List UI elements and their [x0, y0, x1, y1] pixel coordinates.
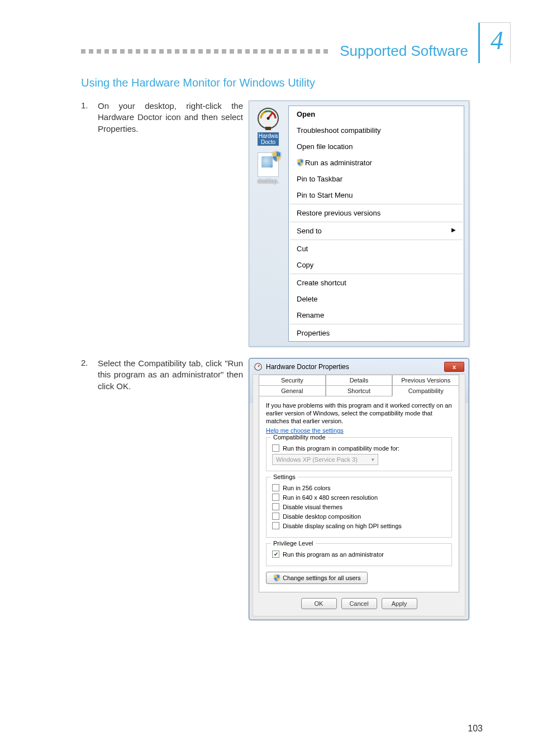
- change-settings-all-users-button[interactable]: Change settings for all users: [266, 572, 368, 584]
- menu-item-copy[interactable]: Copy: [289, 257, 464, 273]
- chevron-down-icon: ▾: [372, 457, 374, 462]
- menu-item-restore[interactable]: Restore previous versions: [289, 205, 464, 221]
- menu-item-send-to[interactable]: Send to ▶: [289, 223, 464, 239]
- chapter-header: Supported Software: [81, 42, 483, 60]
- checkbox-640x480[interactable]: [272, 494, 279, 501]
- svg-point-3: [267, 117, 270, 120]
- cancel-button[interactable]: Cancel: [341, 598, 377, 609]
- checkbox-label: Run in 640 x 480 screen resolution: [283, 494, 378, 501]
- menu-item-delete[interactable]: Delete: [289, 291, 464, 307]
- shield-icon: [272, 151, 282, 162]
- checkbox-label: Disable visual themes: [283, 504, 342, 510]
- group-legend: Settings: [271, 473, 298, 480]
- compatibility-description: If you have problems with this program a…: [266, 402, 452, 425]
- settings-group: Settings Run in 256 colors Run in 640 x …: [266, 477, 452, 538]
- compatibility-mode-group: Compatibility mode Run this program in c…: [266, 437, 452, 471]
- tab-security[interactable]: Security: [259, 375, 326, 386]
- group-legend: Privilege Level: [271, 540, 316, 547]
- step-instruction: On your desktop, right-click the Hardwar…: [98, 101, 243, 135]
- decorative-dots: [81, 49, 332, 54]
- checkbox-disable-themes[interactable]: [272, 503, 279, 510]
- dialog-title: Hardware Doctor Properties: [266, 363, 349, 371]
- context-menu-screenshot: Hardwa Docto desktop.: [249, 101, 469, 347]
- svg-rect-1: [265, 127, 271, 130]
- submenu-arrow-icon: ▶: [451, 227, 456, 233]
- menu-item-troubleshoot[interactable]: Troubleshoot compatibility: [289, 122, 464, 138]
- menu-separator: [290, 222, 463, 222]
- chapter-title: Supported Software: [332, 42, 483, 60]
- menu-item-rename[interactable]: Rename: [289, 307, 464, 323]
- menu-item-open[interactable]: Open: [289, 106, 464, 122]
- icon-label: Hardwa Docto: [258, 132, 279, 146]
- combo-value: Windows XP (Service Pack 3): [276, 456, 358, 463]
- menu-item-open-file-location[interactable]: Open file location: [289, 138, 464, 155]
- ok-button[interactable]: OK: [301, 598, 337, 609]
- menu-item-pin-start[interactable]: Pin to Start Menu: [289, 187, 464, 203]
- shield-icon: [297, 159, 304, 166]
- privilege-level-group: Privilege Level Run this program as an a…: [266, 543, 452, 566]
- icon-label: desktop.: [258, 178, 279, 184]
- hardware-doctor-desktop-icon[interactable]: Hardwa Docto: [254, 106, 283, 146]
- menu-item-create-shortcut[interactable]: Create shortcut: [289, 275, 464, 291]
- checkbox-disable-composition[interactable]: [272, 513, 279, 520]
- apply-button[interactable]: Apply: [382, 598, 417, 609]
- menu-item-label: Run as administrator: [305, 159, 372, 167]
- step-number: 2.: [81, 358, 96, 367]
- context-menu: Open Troubleshoot compatibility Open fil…: [288, 106, 464, 342]
- close-button[interactable]: x: [444, 362, 464, 372]
- gauge-icon: [254, 362, 263, 371]
- tab-compatibility[interactable]: Compatibility: [392, 385, 459, 396]
- menu-item-pin-taskbar[interactable]: Pin to Taskbar: [289, 171, 464, 187]
- desktop-ini-icon[interactable]: desktop.: [254, 152, 283, 184]
- chapter-number-badge: 4: [478, 22, 511, 63]
- checkbox-label: Run this program in compatibility mode f…: [283, 445, 399, 452]
- menu-item-label: Send to: [297, 227, 322, 235]
- gauge-icon: [255, 106, 281, 131]
- checkbox-label: Run this program as an administrator: [283, 551, 384, 558]
- button-label: Change settings for all users: [283, 575, 360, 581]
- checkbox-disable-dpi-scaling[interactable]: [272, 522, 279, 529]
- menu-item-run-as-admin[interactable]: Run as administrator: [289, 155, 464, 171]
- checkbox-compat-mode[interactable]: [272, 444, 279, 452]
- checkbox-label: Disable desktop composition: [283, 513, 361, 520]
- close-icon: x: [453, 363, 456, 370]
- tab-compatibility-body: If you have problems with this program a…: [259, 396, 459, 592]
- menu-separator: [290, 240, 463, 240]
- tab-shortcut[interactable]: Shortcut: [326, 385, 393, 396]
- dialog-titlebar[interactable]: Hardware Doctor Properties x: [249, 358, 469, 374]
- checkbox-label: Run in 256 colors: [283, 485, 331, 491]
- menu-item-properties[interactable]: Properties: [289, 325, 464, 341]
- page-number: 103: [468, 724, 483, 734]
- step-number: 1.: [81, 101, 96, 110]
- tab-previous-versions[interactable]: Previous Versions: [392, 375, 459, 386]
- help-link[interactable]: Help me choose the settings: [266, 427, 344, 434]
- shield-icon: [273, 574, 280, 582]
- checkbox-run-as-admin[interactable]: [272, 551, 279, 558]
- step-instruction: Select the Compatibility tab, click "Run…: [98, 358, 243, 392]
- compat-mode-combo[interactable]: Windows XP (Service Pack 3) ▾: [272, 454, 378, 465]
- ini-file-icon: [258, 152, 279, 177]
- tab-details[interactable]: Details: [326, 375, 393, 386]
- group-legend: Compatibility mode: [271, 434, 328, 441]
- checkbox-label: Disable display scaling on high DPI sett…: [283, 523, 402, 529]
- menu-separator: [290, 274, 463, 274]
- section-title: Using the Hardware Monitor for Windows U…: [81, 76, 483, 89]
- menu-item-cut[interactable]: Cut: [289, 241, 464, 257]
- menu-separator: [290, 204, 463, 204]
- checkbox-256-colors[interactable]: [272, 484, 279, 491]
- menu-separator: [290, 324, 463, 324]
- tab-general[interactable]: General: [259, 385, 326, 396]
- properties-dialog: Hardware Doctor Properties x Security De…: [249, 358, 469, 620]
